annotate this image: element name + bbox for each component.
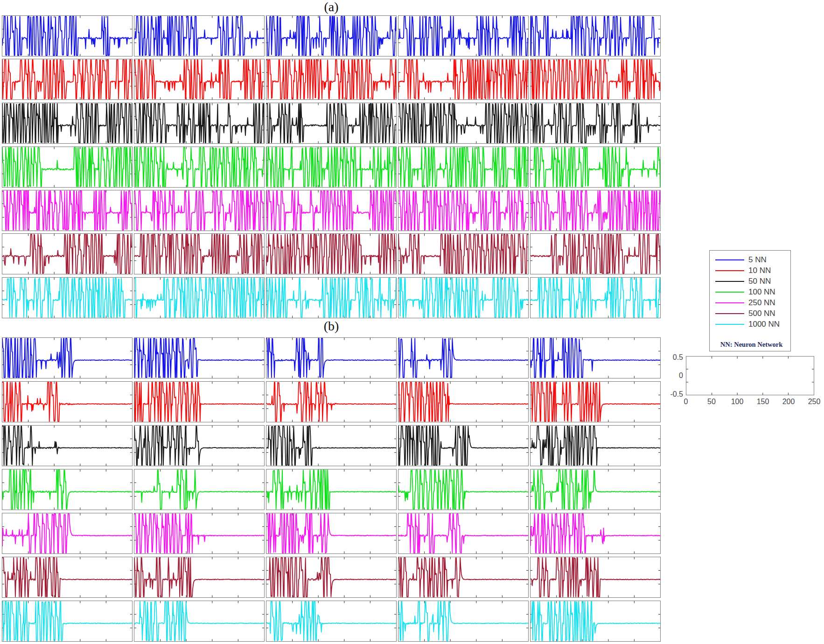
subplot-a-row4-col5 xyxy=(530,147,661,188)
subplot-a-row3-col2 xyxy=(134,103,265,144)
legend-entry-label: 1000 NN xyxy=(748,320,780,329)
waveform-trace xyxy=(134,558,264,597)
trace-plot xyxy=(266,513,396,553)
y-tick-label: 0.5 xyxy=(660,353,683,362)
subplot-b-row3-col1 xyxy=(2,425,133,466)
waveform-trace xyxy=(134,338,264,378)
waveform-trace xyxy=(134,514,264,553)
trace-plot xyxy=(531,190,660,231)
subplot-a-row7-col3 xyxy=(266,277,397,318)
subplot-a-row7-col2 xyxy=(134,277,265,318)
subplot-a-row2-col3 xyxy=(266,59,397,100)
x-tick-label: 250 xyxy=(808,398,821,406)
waveform-trace xyxy=(2,16,132,56)
subplot-b-row2-col4 xyxy=(398,381,529,422)
waveform-trace xyxy=(2,426,132,465)
waveform-trace xyxy=(2,60,132,99)
trace-plot xyxy=(2,426,132,466)
trace-plot xyxy=(2,601,132,641)
subplot-b-row6-col5 xyxy=(530,557,661,598)
subplot-b-row1-col5 xyxy=(530,337,661,378)
subplot-a-row2-col2 xyxy=(134,59,265,100)
waveform-trace xyxy=(2,234,132,273)
trace-plot xyxy=(398,338,528,378)
scale-axes-ticks xyxy=(686,357,814,395)
trace-plot xyxy=(134,601,264,641)
waveform-trace xyxy=(398,278,528,317)
waveform-trace xyxy=(266,382,396,421)
waveform-trace xyxy=(266,234,396,273)
waveform-trace xyxy=(2,602,132,641)
axis-ticks xyxy=(398,338,528,378)
trace-plot xyxy=(134,103,264,143)
subplot-a-row5-col1 xyxy=(2,190,133,231)
legend-line-sample xyxy=(715,259,744,260)
subplot-a-row3-col4 xyxy=(398,103,529,144)
subplot-a-row6-col3 xyxy=(266,233,397,274)
trace-plot xyxy=(531,278,660,318)
subplot-b-row4-col3 xyxy=(266,469,397,510)
subplot-a-row6-col2 xyxy=(134,233,265,274)
subplot-a-row4-col4 xyxy=(398,147,529,188)
waveform-trace xyxy=(266,602,396,641)
subplot-a-row6-col1 xyxy=(2,233,133,274)
waveform-trace xyxy=(531,470,660,509)
y-tick-label: -0.5 xyxy=(660,390,683,399)
legend-footer: NN: Neuron Network xyxy=(715,341,788,349)
subplot-b-row5-col5 xyxy=(530,513,661,554)
subplot-a-row2-col1 xyxy=(2,59,133,100)
subplot-b-row5-col3 xyxy=(266,513,397,554)
subplot-b-row7-col3 xyxy=(266,601,397,642)
subplot-a-row5-col5 xyxy=(530,190,661,231)
subplot-b-row5-col4 xyxy=(398,513,529,554)
axis-ticks xyxy=(398,16,528,56)
subplot-a-row1-col5 xyxy=(530,15,661,56)
waveform-trace xyxy=(398,60,528,99)
waveform-trace xyxy=(531,514,660,553)
waveform-trace xyxy=(266,191,396,230)
waveform-trace xyxy=(398,104,528,143)
subplot-b-row2-col5 xyxy=(530,381,661,422)
waveform-trace xyxy=(266,60,396,99)
waveform-trace xyxy=(2,558,132,597)
waveform-trace xyxy=(134,426,264,465)
waveform-trace xyxy=(398,514,528,553)
waveform-trace xyxy=(531,147,660,187)
legend-entry-label: 5 NN xyxy=(748,255,767,265)
waveform-trace xyxy=(134,278,264,317)
trace-plot xyxy=(398,103,528,143)
trace-plot xyxy=(266,469,396,510)
subplot-b-row7-col5 xyxy=(530,601,661,642)
subplot-b-row1-col1 xyxy=(2,337,133,378)
x-tick-label: 100 xyxy=(731,398,744,406)
axis-ticks xyxy=(134,557,264,597)
trace-plot xyxy=(266,147,396,187)
waveform-trace xyxy=(266,147,396,187)
waveform-trace xyxy=(398,234,528,273)
trace-plot xyxy=(2,59,132,99)
legend-entry-10-nn: 10 NN xyxy=(715,265,788,276)
waveform-trace xyxy=(531,104,660,143)
subplot-b-row3-col5 xyxy=(530,425,661,466)
subplot-b-row3-col3 xyxy=(266,425,397,466)
subplot-b-row5-col2 xyxy=(134,513,265,554)
waveform-trace xyxy=(398,602,528,641)
subplot-a-row1-col2 xyxy=(134,15,265,56)
trace-plot xyxy=(134,513,264,553)
trace-plot xyxy=(134,278,264,318)
waveform-trace xyxy=(266,470,396,509)
legend-entry-label: 250 NN xyxy=(748,298,775,308)
axis-ticks xyxy=(266,469,396,510)
subplot-a-row3-col5 xyxy=(530,103,661,144)
legend-entry-50-nn: 50 NN xyxy=(715,276,788,287)
trace-plot xyxy=(134,469,264,510)
waveform-trace xyxy=(398,558,528,597)
trace-plot xyxy=(531,469,660,510)
trace-plot xyxy=(266,103,396,143)
trace-plot xyxy=(266,234,396,274)
waveform-trace xyxy=(134,104,264,143)
trace-plot xyxy=(531,103,660,143)
subplot-b-row7-col1 xyxy=(2,601,133,642)
trace-plot xyxy=(134,234,264,274)
trace-plot xyxy=(134,147,264,187)
